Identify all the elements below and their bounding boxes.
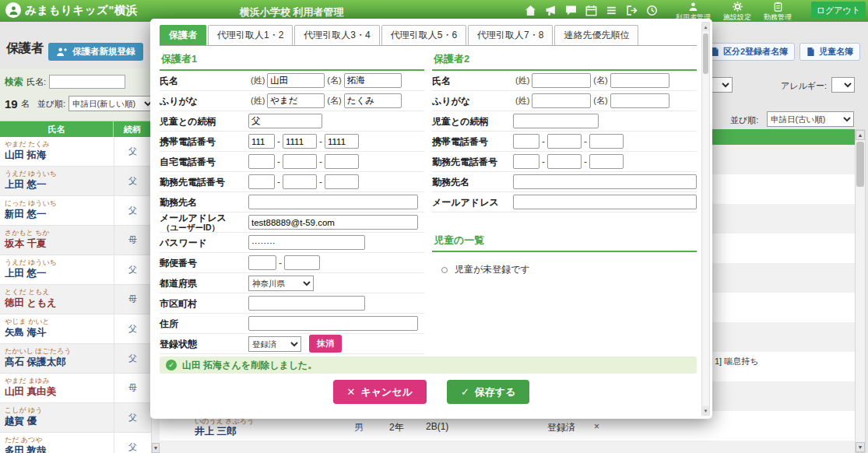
gender-cell: 男 (354, 421, 364, 434)
guardian1-password-input[interactable] (248, 235, 365, 250)
kubun2-roster-button[interactable]: 区分2登録者名簿 (704, 43, 795, 61)
scroll-down-icon[interactable]: ▼ (702, 406, 709, 415)
list-item[interactable]: やまだ まゆみ山田 真由美母 (0, 374, 151, 403)
guardian1-work-tel1-input[interactable] (248, 174, 275, 189)
form-row-status: 登録状態 登録済 抹消 (160, 334, 424, 354)
list-item[interactable]: にった ゆういち新田 悠一父 (0, 196, 151, 226)
tab-proxy-1-2[interactable]: 代理引取人1・2 (208, 25, 293, 45)
history-icon[interactable] (646, 5, 658, 16)
list-item[interactable]: さかもと ちか坂本 千夏母 (0, 226, 151, 255)
guardian2-mobile3-input[interactable] (589, 134, 624, 149)
scroll-up-icon[interactable]: ▲ (702, 23, 709, 31)
relation-label: 児童との続柄 (432, 117, 513, 126)
form-row-mobile: 携帯電話番号 - - (432, 132, 697, 152)
calendar-icon[interactable] (585, 5, 597, 16)
guardian1-home-tel3-input[interactable] (325, 154, 359, 169)
guardian1-work-name-input[interactable] (248, 195, 418, 209)
scroll-up-icon[interactable]: ▲ (856, 130, 865, 140)
list-item[interactable]: とくだ ともえ徳田 ともえ母 (0, 285, 151, 314)
guardian1-mobile1-input[interactable] (248, 134, 275, 149)
logout-button[interactable]: ログアウト (811, 2, 866, 19)
guardian1-mobile2-input[interactable] (283, 134, 317, 149)
list-item[interactable]: うえだ ゆういち上田 悠一父 (0, 255, 151, 285)
guardian1-home-tel2-input[interactable] (283, 154, 317, 169)
scrollbar-thumb[interactable] (856, 142, 864, 187)
left-sort-select[interactable]: 申請日(新しい順) (69, 96, 155, 111)
list-item[interactable]: たかいし ほごたろう髙石 保護太郎父 (0, 344, 151, 374)
city-label: 市区町村 (160, 299, 248, 308)
guardian2-kana-mei-input[interactable] (610, 93, 669, 108)
guardian1-sei-input[interactable] (267, 73, 325, 88)
guardian1-mobile3-input[interactable] (325, 134, 359, 149)
delete-registration-button[interactable]: 抹消 (309, 335, 342, 353)
nav-facility-settings[interactable]: 施設設定 (723, 2, 751, 23)
guardian2-work-name-input[interactable] (513, 174, 697, 189)
guardian1-kana-mei-input[interactable] (344, 93, 402, 108)
result-count: 19 (5, 97, 18, 111)
guardian1-status-select[interactable]: 登録済 (248, 336, 301, 352)
guardian1-work-tel3-input[interactable] (325, 174, 359, 189)
guardian1-email-input[interactable] (248, 215, 418, 230)
guardian1-zip2-input[interactable] (284, 255, 320, 270)
children-roster-button[interactable]: 児童名簿 (799, 43, 860, 61)
megaphone-icon[interactable] (545, 5, 557, 16)
tab-proxy-7-8[interactable]: 代理引取人7・8 (468, 25, 553, 45)
guardian2-relation-input[interactable] (513, 114, 599, 128)
guardian1-kana-sei-input[interactable] (267, 93, 325, 108)
name-search-input[interactable] (49, 75, 125, 89)
guardian1-home-tel1-input[interactable] (248, 154, 275, 169)
guardian2-mobile1-input[interactable] (513, 134, 539, 149)
new-guardian-button[interactable]: 保護者新規登録 (48, 43, 143, 61)
tab-proxy-5-6[interactable]: 代理引取人5・6 (381, 25, 466, 45)
save-button[interactable]: ✓ 保存する (447, 380, 530, 404)
guardian1-address-input[interactable] (248, 316, 418, 331)
guardian2-sei-input[interactable] (532, 73, 591, 88)
dash: - (277, 177, 280, 188)
sign-in-icon[interactable] (626, 5, 638, 16)
guardian2-email-input[interactable] (513, 195, 697, 209)
chat-icon[interactable] (565, 5, 577, 16)
guardian1-mei-input[interactable] (344, 73, 402, 88)
right-sort-select[interactable]: 申請日(古い順) (767, 111, 854, 127)
tab-proxy-3-4[interactable]: 代理引取人3・4 (294, 25, 379, 45)
tab-contact-priority[interactable]: 連絡先優先順位 (554, 25, 638, 45)
form-row-password: パスワード (160, 233, 424, 253)
menu-list-icon[interactable] (606, 5, 617, 16)
list-item[interactable]: うえだ ゆういち上田 悠一父 (0, 167, 151, 196)
dash: - (542, 156, 545, 167)
scrollbar-thumb[interactable] (703, 33, 708, 74)
kana-label: ふりがな (432, 97, 513, 106)
scroll-down-icon[interactable]: ▼ (856, 442, 865, 452)
allergy-filter-select[interactable] (831, 77, 855, 93)
cancel-label: キャンセル (360, 385, 413, 399)
guardian2-section: 保護者2 氏名 (姓) (名) ふりがな (姓) (名) 児童との続柄 (432, 51, 697, 276)
main-scrollbar[interactable]: ▲ ▼ (855, 129, 866, 453)
guardian1-city-input[interactable] (248, 296, 365, 311)
work-tel-label: 勤務先電話番号 (160, 177, 248, 187)
guardian2-work-tel1-input[interactable] (513, 154, 539, 169)
tab-guardian[interactable]: 保護者 (160, 25, 206, 45)
list-item[interactable]: こしが ゆう越賀 優父 (0, 403, 151, 433)
modal-scrollbar[interactable]: ▲ ▼ (701, 22, 710, 416)
guardian2-mobile2-input[interactable] (547, 134, 582, 149)
guardian2-mei-input[interactable] (610, 73, 669, 88)
guardian2-kana-sei-input[interactable] (532, 93, 591, 108)
form-row-name: 氏名 (姓) (名) (432, 71, 697, 91)
guardian1-relation-input[interactable] (248, 114, 322, 128)
list-item[interactable]: やまだ たくみ山田 拓海父 (0, 137, 151, 167)
app-logo[interactable]: みまもりキッズ"横浜 (5, 2, 138, 18)
list-item[interactable]: ただ あつや多田 敦哉父 (0, 433, 151, 453)
list-item[interactable]: やじま かいと矢島 海斗父 (0, 314, 151, 344)
table-row[interactable] (160, 441, 855, 453)
scroll-down-icon[interactable]: ▼ (152, 443, 160, 453)
cancel-button[interactable]: ✕ キャンセル (333, 380, 427, 404)
nav-work-management[interactable]: 勤務管理 (764, 2, 792, 23)
document-icon (807, 47, 815, 57)
guardian2-work-tel3-input[interactable] (589, 154, 624, 169)
guardian1-prefecture-select[interactable]: 神奈川県 (248, 276, 314, 291)
guardian2-work-tel2-input[interactable] (547, 154, 582, 169)
relation: 母 (114, 285, 151, 314)
home-icon[interactable] (525, 5, 536, 16)
guardian1-work-tel2-input[interactable] (283, 174, 317, 189)
guardian1-zip1-input[interactable] (248, 255, 276, 270)
